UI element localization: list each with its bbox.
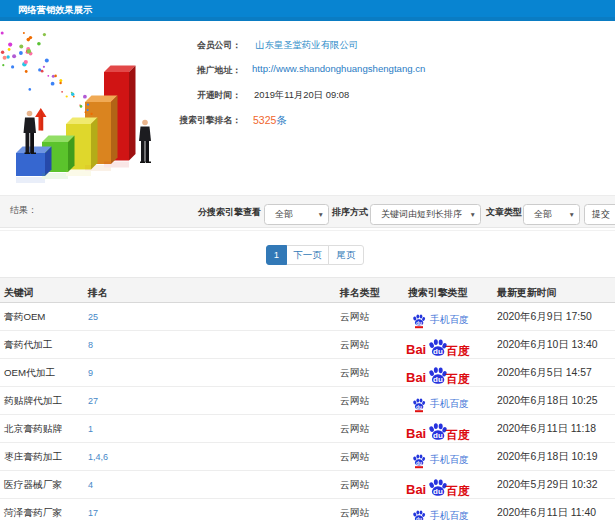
- svg-text:du: du: [433, 375, 443, 384]
- svg-text:du: du: [433, 431, 443, 440]
- svg-text:du: du: [433, 347, 443, 356]
- svg-text:du: du: [433, 487, 443, 496]
- svg-text:du: du: [416, 516, 422, 520]
- svg-text:du: du: [416, 404, 422, 409]
- svg-text:du: du: [416, 460, 422, 465]
- svg-text:du: du: [416, 320, 422, 325]
